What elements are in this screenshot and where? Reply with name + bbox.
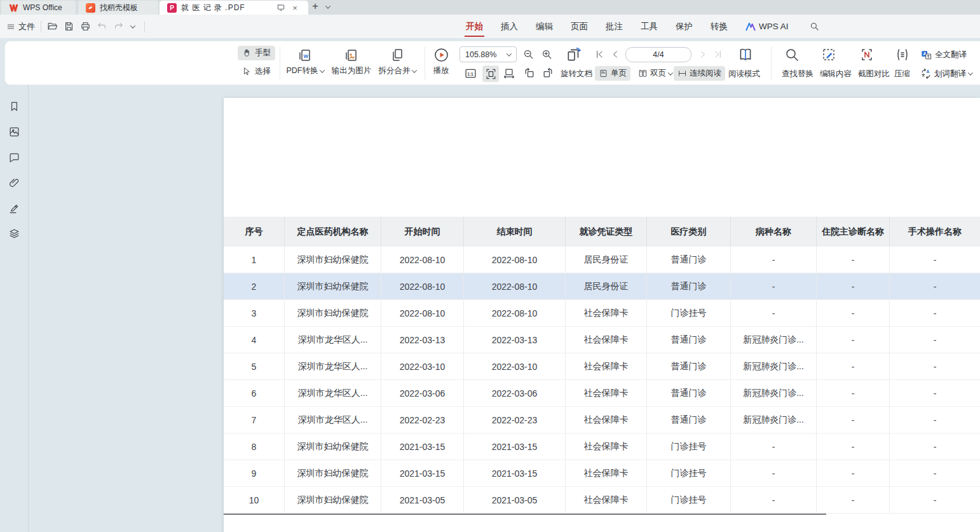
compress-label[interactable]: 压缩 — [894, 69, 910, 79]
screenshot-compare-button[interactable] — [859, 47, 875, 62]
print-icon[interactable] — [80, 21, 91, 32]
open-folder-icon[interactable] — [47, 21, 58, 32]
zoom-in-icon — [541, 48, 553, 60]
screenshot-compare-label[interactable]: 截图对比 — [858, 69, 890, 79]
tab-wps-home[interactable]: WPS Office — [1, 1, 76, 15]
cursor-icon — [242, 67, 252, 76]
pdf-page[interactable]: 序号定点医药机构名称开始时间结束时间就诊凭证类型医疗类别病种名称住院主诊断名称手… — [224, 98, 980, 532]
export-image-button[interactable]: 输出为图片 — [326, 45, 377, 76]
table-cell: 深圳市龙华区人... — [285, 353, 381, 379]
save-icon[interactable] — [64, 21, 74, 32]
tab-list-chevron-icon[interactable] — [322, 1, 334, 13]
menu-home[interactable]: 开始 — [466, 15, 483, 38]
double-page-button[interactable]: 双页 — [634, 66, 676, 81]
fit-page-button[interactable] — [482, 65, 499, 82]
wps-ai-button[interactable]: WPS AI — [745, 22, 789, 31]
table-cell: 新冠肺炎门诊... — [731, 407, 817, 433]
continuous-read-button[interactable]: 连续阅读 — [674, 66, 725, 81]
table-row[interactable]: 5深圳市龙华区人...2022-03-102022-03-10社会保障卡普通门诊… — [224, 353, 980, 380]
table-row[interactable]: 8深圳市妇幼保健院2021-03-152021-03-15社会保障卡门诊挂号--… — [224, 433, 980, 460]
search-icon[interactable] — [809, 21, 820, 32]
next-page-button[interactable] — [698, 50, 707, 59]
play-icon — [433, 47, 449, 63]
edit-content-label[interactable]: 编辑内容 — [820, 69, 852, 79]
menu-comment[interactable]: 批注 — [606, 15, 623, 38]
tab-docer[interactable]: 找稻壳模板 — [78, 1, 158, 15]
redo-icon[interactable] — [113, 21, 124, 32]
menu-insert[interactable]: 插入 — [501, 15, 518, 38]
tab-document[interactable]: P 就 医 记 录 .PDF × — [160, 1, 308, 15]
menu-edit[interactable]: 编辑 — [536, 15, 553, 38]
table-cell: - — [890, 433, 980, 460]
hand-icon — [242, 48, 252, 58]
table-row[interactable]: 10深圳市妇幼保健院2021-03-052021-03-05社会保障卡门诊挂号-… — [224, 487, 980, 514]
read-mode-button[interactable] — [737, 46, 754, 63]
play-button[interactable]: 播放 — [423, 45, 459, 76]
menu-page[interactable]: 页面 — [571, 15, 588, 38]
last-page-button[interactable] — [713, 50, 723, 59]
table-row[interactable]: 1深圳市妇幼保健院2022-08-102022-08-10居民身份证普通门诊--… — [224, 247, 980, 273]
table-header-row: 序号定点医药机构名称开始时间结束时间就诊凭证类型医疗类别病种名称住院主诊断名称手… — [224, 217, 980, 247]
hand-tool-button[interactable]: 手型 — [238, 46, 275, 60]
find-replace-button[interactable] — [784, 47, 800, 62]
attachment-icon[interactable] — [8, 177, 20, 189]
prev-page-button[interactable] — [611, 50, 620, 59]
table-cell: 2022-08-10 — [464, 273, 566, 299]
table-cell: 6 — [224, 380, 285, 406]
menu-convert[interactable]: 转换 — [711, 15, 728, 38]
reorder-pages-button[interactable] — [566, 46, 582, 63]
table-row[interactable]: 6深圳市龙华区人...2022-03-062022-03-06社会保障卡普通门诊… — [224, 380, 980, 407]
zoom-out-button[interactable] — [522, 48, 534, 60]
column-header: 结束时间 — [464, 217, 566, 247]
signature-pen-icon[interactable] — [8, 202, 20, 214]
comment-icon[interactable] — [8, 151, 20, 163]
bookmark-icon[interactable] — [8, 100, 20, 113]
pdf-file-icon: P — [167, 3, 177, 13]
rotate-right-button[interactable] — [541, 67, 554, 79]
pdf-convert-button[interactable]: W PDF转换 — [280, 45, 330, 76]
table-cell: 居民身份证 — [566, 273, 647, 299]
compress-button[interactable] — [895, 47, 910, 62]
table-cell: 深圳市妇幼保健院 — [285, 273, 381, 299]
menu-tools[interactable]: 工具 — [641, 15, 658, 38]
zoom-in-button[interactable] — [541, 48, 553, 60]
rotate-left-button[interactable] — [523, 67, 536, 79]
word-translate-button[interactable]: A 划词翻译 — [916, 66, 976, 81]
document-viewport[interactable]: 序号定点医药机构名称开始时间结束时间就诊凭证类型医疗类别病种名称住院主诊断名称手… — [29, 85, 980, 532]
table-row[interactable]: 3深圳市妇幼保健院2022-08-102022-08-10社会保障卡门诊挂号--… — [224, 300, 980, 327]
actual-size-button[interactable]: 1:1 — [464, 67, 477, 80]
table-row[interactable]: 7深圳市龙华区人...2022-02-232022-02-23社会保障卡普通门诊… — [224, 407, 980, 433]
layers-icon[interactable] — [8, 228, 20, 240]
undo-icon[interactable] — [97, 21, 107, 32]
table-cell: 门诊挂号 — [647, 300, 731, 326]
table-row[interactable]: 4深圳市龙华区人...2022-03-132022-03-13社会保障卡普通门诊… — [224, 327, 980, 353]
close-tab-icon[interactable]: × — [289, 2, 301, 13]
word-translate-label: 划词翻译 — [934, 69, 966, 79]
thumbnail-icon[interactable] — [8, 126, 20, 138]
select-tool-button[interactable]: 选择 — [238, 64, 275, 79]
split-merge-button[interactable]: 拆分合并 — [372, 45, 423, 76]
fit-width-button[interactable] — [503, 67, 515, 79]
new-tab-button[interactable]: + — [308, 0, 322, 15]
page-number-input[interactable]: 4/4 — [625, 47, 691, 62]
monitor-icon[interactable] — [275, 2, 287, 13]
menu-protect[interactable]: 保护 — [676, 15, 693, 38]
full-translate-button[interactable]: A 全文翻译 — [916, 47, 970, 63]
read-mode-label[interactable]: 阅读模式 — [728, 69, 760, 79]
window-tab-bar: WPS Office 找稻壳模板 P 就 医 记 录 .PDF × + — [0, 0, 980, 15]
file-menu-button[interactable]: 文件 — [6, 21, 35, 32]
table-row[interactable]: 9深圳市妇幼保健院2021-03-152021-03-15社会保障卡门诊挂号--… — [224, 460, 980, 487]
table-cell: - — [817, 380, 890, 406]
rotate-doc-label[interactable]: 旋转文档 — [561, 69, 592, 79]
column-header: 定点医药机构名称 — [285, 217, 381, 247]
find-replace-icon — [784, 47, 800, 62]
table-row[interactable]: 2深圳市妇幼保健院2022-08-102022-08-10居民身份证普通门诊--… — [224, 273, 980, 300]
zoom-level-select[interactable]: 105.88% — [459, 46, 517, 62]
single-page-button[interactable]: 单页 — [595, 66, 630, 81]
table-cell: 2021-03-05 — [464, 487, 566, 513]
toolbar-overflow-chevron-icon[interactable] — [130, 23, 135, 28]
first-page-button[interactable] — [595, 50, 604, 59]
find-replace-label[interactable]: 查找替换 — [782, 69, 813, 79]
edit-content-button[interactable] — [821, 47, 836, 62]
table-cell: 1 — [224, 247, 285, 273]
